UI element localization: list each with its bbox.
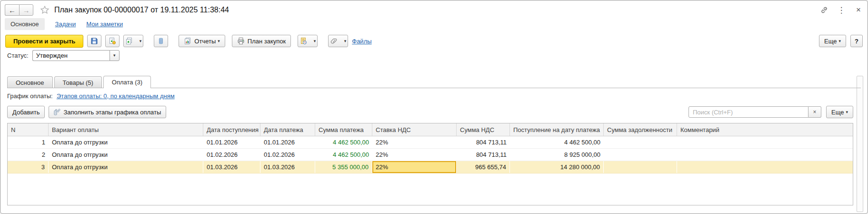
- search-clear-icon[interactable]: ×: [808, 106, 821, 118]
- column-header-debt[interactable]: Сумма задолженности: [604, 123, 677, 136]
- cell-variant[interactable]: Оплата до отгрузки: [49, 149, 203, 161]
- chevron-down-icon: ▾: [344, 39, 347, 43]
- favorite-star-icon[interactable]: [40, 5, 50, 15]
- cell-receipt-on-date[interactable]: 14 280 000,00: [510, 161, 604, 173]
- column-header-receipt-date[interactable]: Дата поступления: [203, 123, 260, 136]
- cell-vat-rate[interactable]: 22%: [372, 149, 457, 161]
- toolbar-more-button[interactable]: Еще ▾: [819, 35, 846, 47]
- table-row[interactable]: 2 Оплата до отгрузки 01.02.2026 01.02.20…: [8, 149, 853, 161]
- payment-schedule-label: График оплаты:: [7, 92, 53, 100]
- print-plan-button[interactable]: План закупок: [232, 35, 291, 47]
- cell-receipt-date[interactable]: 01.01.2026: [203, 136, 260, 148]
- tab-goods[interactable]: Товары (5): [54, 76, 102, 88]
- reminder-button[interactable]: ▾: [298, 35, 318, 47]
- status-label: Статус:: [7, 52, 29, 59]
- nav-tab-tasks[interactable]: Задачи: [55, 20, 76, 28]
- nav-tab-main[interactable]: Основное: [5, 18, 45, 30]
- cell-debt[interactable]: [604, 136, 677, 148]
- status-dropdown-button[interactable]: ▾: [110, 50, 120, 61]
- cell-receipt-on-date[interactable]: 8 925 000,00: [510, 149, 604, 161]
- table-row-selected[interactable]: 3 Оплата до отгрузки 01.03.2026 01.03.20…: [8, 161, 853, 173]
- reports-button[interactable]: Отчеты ▾: [179, 35, 225, 47]
- cell-receipt-on-date[interactable]: 4 462 500,00: [510, 136, 604, 148]
- back-icon[interactable]: ←: [5, 4, 19, 16]
- tab-payment[interactable]: Оплата (3): [103, 76, 151, 88]
- reminder-icon: [299, 37, 307, 45]
- table-header-row: N Вариант оплаты Дата поступления Дата п…: [8, 123, 853, 136]
- column-header-vat-rate[interactable]: Ставка НДС: [372, 123, 457, 136]
- register-records-button[interactable]: [154, 35, 168, 47]
- column-header-amount[interactable]: Сумма платежа: [315, 123, 372, 136]
- table-more-label: Еще: [831, 109, 844, 116]
- column-header-variant[interactable]: Вариант оплаты: [49, 123, 203, 136]
- cell-vat-rate[interactable]: 22%: [372, 136, 457, 148]
- cell-variant[interactable]: Оплата до отгрузки: [49, 136, 203, 148]
- chevron-down-icon: ▾: [113, 53, 116, 58]
- cell-comment[interactable]: [677, 149, 853, 161]
- cell-amount[interactable]: 4 462 500,00: [315, 149, 372, 161]
- status-row: Статус: Утвержден ▾: [7, 50, 120, 61]
- search-input[interactable]: [688, 106, 808, 118]
- cell-amount[interactable]: 5 355 000,00: [315, 161, 372, 173]
- forward-icon[interactable]: →: [19, 4, 33, 16]
- cell-payment-date[interactable]: 01.03.2026: [260, 161, 315, 173]
- cell-vat-amount[interactable]: 804 713,11: [457, 136, 510, 148]
- cell-n[interactable]: 2: [8, 149, 49, 161]
- tab-main[interactable]: Основное: [7, 76, 53, 88]
- cell-receipt-date[interactable]: 01.02.2026: [203, 149, 260, 161]
- cell-debt[interactable]: [604, 161, 677, 173]
- vertical-scrollbar[interactable]: [857, 76, 863, 212]
- cell-payment-date[interactable]: 01.01.2026: [260, 136, 315, 148]
- cell-amount[interactable]: 4 462 500,00: [315, 136, 372, 148]
- page-title: План закупок 00-00000017 от 19.11.2025 1…: [54, 6, 229, 14]
- cell-vat-rate-selected[interactable]: 22%: [372, 161, 457, 173]
- cell-comment[interactable]: [677, 161, 853, 173]
- cell-n[interactable]: 3: [8, 161, 49, 173]
- toolbar: Провести и закрыть ▾ Отчеты ▾ План закуп…: [5, 34, 863, 48]
- title-bar: ← → План закупок 00-00000017 от 19.11.20…: [5, 3, 863, 17]
- nav-tab-notes[interactable]: Мои заметки: [86, 20, 123, 28]
- files-link[interactable]: Файлы: [352, 38, 371, 45]
- help-button[interactable]: ?: [850, 35, 863, 47]
- payment-stages-table: N Вариант оплаты Дата поступления Дата п…: [7, 123, 853, 205]
- post-document-button[interactable]: [105, 35, 120, 47]
- cell-variant[interactable]: Оплата до отгрузки: [49, 161, 203, 173]
- chevron-down-icon: ▾: [838, 39, 841, 43]
- document-tabs: Основное Товары (5) Оплата (3): [7, 76, 860, 88]
- cell-vat-amount[interactable]: 804 713,11: [457, 149, 510, 161]
- cell-comment[interactable]: [677, 136, 853, 148]
- status-combobox: Утвержден ▾: [32, 50, 120, 61]
- status-value[interactable]: Утвержден: [32, 50, 110, 61]
- table-row[interactable]: 1 Оплата до отгрузки 01.01.2026 01.01.20…: [8, 136, 853, 149]
- cell-receipt-date[interactable]: 01.03.2026: [203, 161, 260, 173]
- link-icon[interactable]: [819, 5, 829, 15]
- column-header-n[interactable]: N: [8, 123, 49, 136]
- history-nav: ← →: [5, 4, 33, 16]
- reports-icon: [184, 37, 191, 45]
- create-based-on-button[interactable]: ▾: [123, 35, 143, 47]
- menu-icon[interactable]: ⋮: [837, 5, 846, 15]
- cell-payment-date[interactable]: 01.02.2026: [260, 149, 315, 161]
- cell-n[interactable]: 1: [8, 136, 49, 148]
- payment-schedule-link[interactable]: Этапов оплаты: 0, по календарным дням: [57, 92, 175, 100]
- table-more-button[interactable]: Еще ▾: [826, 106, 853, 118]
- column-header-payment-date[interactable]: Дата платежа: [260, 123, 315, 136]
- column-header-receipt-on-date[interactable]: Поступление на дату платежа: [510, 123, 604, 136]
- reports-button-label: Отчеты: [194, 38, 216, 45]
- print-plan-label: План закупок: [248, 38, 286, 45]
- column-header-comment[interactable]: Комментарий: [677, 123, 853, 136]
- close-icon[interactable]: ×: [854, 5, 863, 15]
- chevron-down-icon: ▾: [140, 39, 142, 43]
- post-and-close-button[interactable]: Провести и закрыть: [5, 35, 83, 48]
- column-header-vat-amount[interactable]: Сумма НДС: [457, 123, 510, 136]
- save-button[interactable]: [87, 35, 101, 47]
- cell-debt[interactable]: [604, 149, 677, 161]
- cell-vat-amount[interactable]: 965 655,74: [457, 161, 510, 173]
- window-controls: ⋮ ×: [819, 5, 863, 15]
- add-row-button[interactable]: Добавить: [7, 106, 45, 118]
- table-command-bar: Добавить Заполнить этапы графика оплаты …: [7, 106, 853, 118]
- register-records-icon: [158, 37, 164, 45]
- nav-tabs: Основное Задачи Мои заметки: [5, 18, 123, 30]
- fill-stages-button[interactable]: Заполнить этапы графика оплаты: [49, 106, 166, 118]
- attachments-button[interactable]: ▾: [328, 35, 348, 47]
